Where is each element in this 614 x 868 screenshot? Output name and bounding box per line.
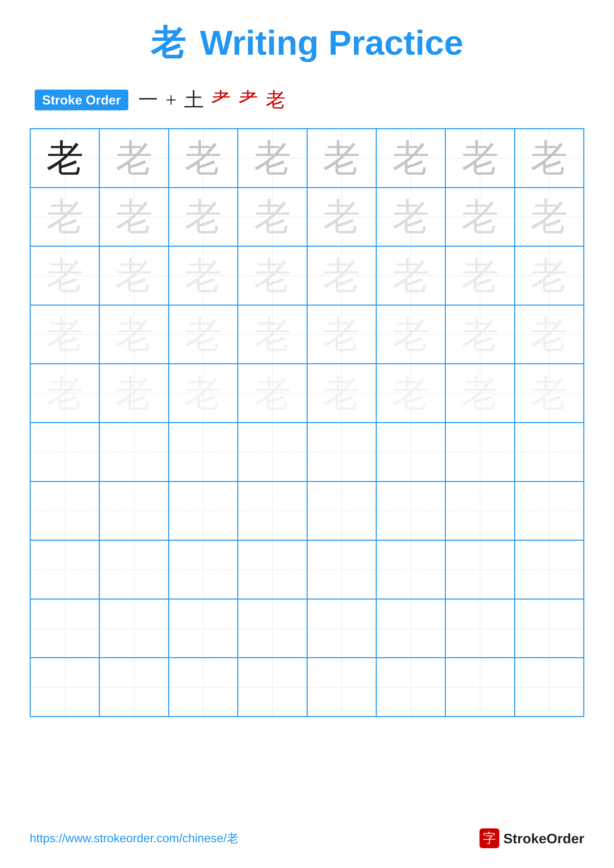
grid-cell[interactable]: 老 (30, 188, 99, 246)
grid-cell-empty[interactable] (445, 658, 515, 716)
grid-cell-empty[interactable] (99, 658, 168, 716)
grid-cell[interactable]: 老 (238, 305, 307, 364)
grid-cell[interactable]: 老 (376, 364, 445, 423)
footer-logo: 字 StrokeOrder (479, 828, 584, 848)
grid-cell[interactable]: 老 (99, 364, 168, 423)
grid-cell[interactable]: 老 (515, 364, 584, 423)
grid-cell-empty[interactable] (445, 423, 515, 482)
grid-cell[interactable]: 老 (307, 305, 376, 364)
grid-cell-empty[interactable] (515, 423, 584, 482)
grid-cell[interactable]: 老 (307, 129, 376, 188)
grid-cell[interactable]: 老 (515, 129, 584, 188)
grid-cell-empty[interactable] (169, 482, 238, 540)
grid-cell-empty[interactable] (376, 658, 445, 716)
grid-cell-empty[interactable] (169, 540, 238, 599)
grid-cell-empty[interactable] (30, 482, 99, 540)
grid-cell-empty[interactable] (99, 482, 168, 540)
grid-cell[interactable]: 老 (30, 246, 99, 305)
grid-cell-empty[interactable] (99, 540, 168, 599)
grid-cell[interactable]: 老 (376, 188, 445, 246)
grid-cell[interactable]: 老 (30, 364, 99, 423)
grid-cell[interactable]: 老 (445, 246, 515, 305)
stroke-step-5: 耂 (238, 87, 258, 113)
char-display: 老 (185, 140, 222, 177)
char-display: 老 (323, 140, 360, 177)
grid-cell[interactable]: 老 (238, 188, 307, 246)
grid-cell[interactable]: 老 (376, 305, 445, 364)
grid-cell[interactable]: 老 (445, 188, 515, 246)
grid-cell-empty[interactable] (307, 599, 376, 658)
grid-cell[interactable]: 老 (515, 246, 584, 305)
grid-cell[interactable]: 老 (445, 129, 515, 188)
grid-cell[interactable]: 老 (307, 188, 376, 246)
grid-cell-empty[interactable] (307, 423, 376, 482)
grid-cell-empty[interactable] (515, 482, 584, 540)
grid-cell[interactable]: 老 (169, 188, 238, 246)
grid-cell-empty[interactable] (169, 599, 238, 658)
grid-cell-empty[interactable] (445, 482, 515, 540)
grid-cell-empty[interactable] (515, 540, 584, 599)
char-display: 老 (185, 198, 222, 235)
grid-cell[interactable]: 老 (169, 129, 238, 188)
grid-cell-empty[interactable] (30, 599, 99, 658)
char-display: 老 (530, 198, 568, 235)
char-display: 老 (46, 140, 84, 177)
grid-cell[interactable]: 老 (445, 305, 515, 364)
grid-cell-empty[interactable] (445, 599, 515, 658)
grid-cell-empty[interactable] (30, 423, 99, 482)
grid-cell-empty[interactable] (376, 423, 445, 482)
char-display: 老 (46, 316, 84, 353)
grid-cell[interactable]: 老 (515, 305, 584, 364)
footer: https://www.strokeorder.com/chinese/老 字 … (30, 828, 584, 848)
grid-cell-empty[interactable] (99, 423, 168, 482)
char-display: 老 (254, 140, 291, 177)
grid-cell[interactable]: 老 (238, 129, 307, 188)
grid-cell-empty[interactable] (169, 658, 238, 716)
grid-cell-empty[interactable] (445, 540, 515, 599)
char-display: 老 (392, 375, 429, 412)
grid-cell[interactable]: 老 (238, 246, 307, 305)
grid-cell[interactable]: 老 (99, 188, 168, 246)
grid-cell-empty[interactable] (376, 599, 445, 658)
grid-cell[interactable]: 老 (30, 129, 99, 188)
grid-cell-empty[interactable] (99, 599, 168, 658)
grid-cell-empty[interactable] (238, 540, 307, 599)
grid-cell[interactable]: 老 (99, 305, 168, 364)
grid-cell-empty[interactable] (376, 482, 445, 540)
grid-cell-empty[interactable] (169, 423, 238, 482)
grid-cell-empty[interactable] (238, 599, 307, 658)
grid-cell-empty[interactable] (238, 482, 307, 540)
grid-cell-empty[interactable] (238, 423, 307, 482)
grid-cell[interactable]: 老 (99, 129, 168, 188)
grid-cell-empty[interactable] (376, 540, 445, 599)
grid-cell-empty[interactable] (30, 540, 99, 599)
grid-cell[interactable]: 老 (445, 364, 515, 423)
grid-cell[interactable]: 老 (376, 246, 445, 305)
char-display: 老 (46, 198, 84, 235)
grid-cell[interactable]: 老 (515, 188, 584, 246)
grid-cell-empty[interactable] (515, 599, 584, 658)
grid-cell[interactable]: 老 (169, 364, 238, 423)
grid-cell-empty[interactable] (30, 658, 99, 716)
grid-cell[interactable]: 老 (30, 305, 99, 364)
grid-cell-empty[interactable] (515, 658, 584, 716)
grid-cell-empty[interactable] (307, 658, 376, 716)
grid-cell[interactable]: 老 (169, 246, 238, 305)
grid-cell[interactable]: 老 (307, 364, 376, 423)
grid-cell-empty[interactable] (238, 658, 307, 716)
grid-cell[interactable]: 老 (169, 305, 238, 364)
stroke-step-3: 土 (184, 87, 204, 113)
grid-cell[interactable]: 老 (99, 246, 168, 305)
char-display: 老 (530, 257, 568, 294)
grid-cell-empty[interactable] (307, 540, 376, 599)
char-display: 老 (115, 316, 152, 353)
grid-cell[interactable]: 老 (307, 246, 376, 305)
footer-url[interactable]: https://www.strokeorder.com/chinese/老 (30, 831, 238, 846)
grid-cell[interactable]: 老 (376, 129, 445, 188)
practice-grid: 老 老 老 老 老 老 老 老 老 老 老 老 老 老 老 老 老 老 老 老 … (30, 128, 584, 717)
grid-cell[interactable]: 老 (238, 364, 307, 423)
char-display: 老 (530, 140, 568, 177)
grid-cell-empty[interactable] (307, 482, 376, 540)
page: 老 Writing Practice Stroke Order 一 + 土 耂 … (0, 0, 614, 868)
char-display: 老 (115, 257, 152, 294)
